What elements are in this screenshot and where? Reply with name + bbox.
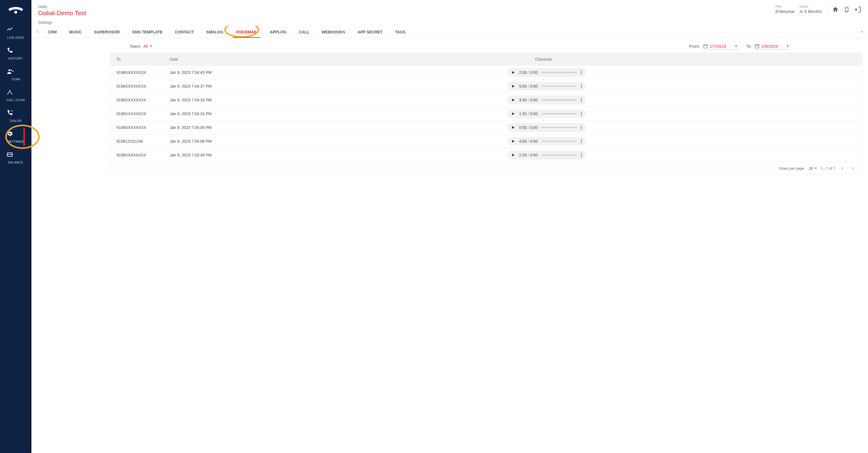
cell-to: 9198XXXXXXXX xyxy=(117,70,170,75)
play-button[interactable] xyxy=(511,139,515,143)
tab-tags[interactable]: TAGS xyxy=(389,26,412,38)
sidebar-item-live-feed[interactable]: LIVE FEED xyxy=(6,23,25,44)
svg-point-38 xyxy=(581,141,582,142)
sidebar-item-settings[interactable]: SETTINGS xyxy=(6,127,25,148)
greeting-username: Gobal-Demo Test xyxy=(38,9,86,17)
col-character: Character xyxy=(231,57,856,61)
table-row: 9198XXXXXXXXJan 9, 2023 7:04:33 PM3:40 /… xyxy=(110,93,862,107)
sidebar-item-balance[interactable]: BALANCE xyxy=(6,148,25,169)
chevron-down-icon xyxy=(786,46,789,47)
tab-smslog[interactable]: SMSLOG xyxy=(200,26,229,38)
svg-point-22 xyxy=(581,86,582,87)
player-menu-button[interactable] xyxy=(581,125,582,129)
svg-point-27 xyxy=(581,101,582,102)
tab-contact[interactable]: CONTACT xyxy=(169,26,200,38)
player-track[interactable] xyxy=(541,141,577,142)
tab-supervisor[interactable]: SUPERVISOR xyxy=(88,26,126,38)
mobile-icon[interactable] xyxy=(844,6,849,13)
team-filter[interactable]: Team: All xyxy=(130,44,152,49)
player-track[interactable] xyxy=(541,113,577,114)
player-time: 2:00 / 0:00 xyxy=(519,70,537,75)
player-track[interactable] xyxy=(541,154,577,156)
player-menu-button[interactable] xyxy=(581,84,582,88)
svg-point-18 xyxy=(581,72,582,73)
tab-sms-template[interactable]: SMS TEMPLATE xyxy=(126,26,169,38)
player-menu-button[interactable] xyxy=(581,153,582,157)
sidebar-item-label: DIALER xyxy=(10,119,22,122)
player-menu-button[interactable] xyxy=(581,139,582,143)
play-button[interactable] xyxy=(511,70,515,74)
tab-label: CONTACT xyxy=(175,30,194,34)
to-date-input[interactable]: 1/9/2023 xyxy=(753,43,790,50)
tab-label: CALL xyxy=(299,30,309,34)
player-track[interactable] xyxy=(541,72,577,73)
svg-marker-28 xyxy=(512,112,515,115)
svg-point-34 xyxy=(581,127,582,128)
sidebar: LIVE FEEDHISTORYTEAMCALL FLOWSIPDIALERSE… xyxy=(0,0,31,453)
cell-to: 9198XXXXXXXX xyxy=(117,98,170,102)
tab-label: TAGS xyxy=(395,30,406,34)
chevron-down-icon xyxy=(735,46,737,47)
home-icon[interactable] xyxy=(832,6,839,13)
table-row: 9198XXXXXXXXJan 9, 2023 7:04:43 PM2:00 /… xyxy=(110,65,862,79)
sidebar-item-label: HISTORY xyxy=(8,57,23,60)
player-track[interactable] xyxy=(541,86,577,87)
play-button[interactable] xyxy=(511,98,515,102)
audio-player: 3:40 / 0:00 xyxy=(507,95,586,104)
audio-player: 2:20 / 0:00 xyxy=(507,151,586,159)
player-menu-button[interactable] xyxy=(581,112,582,116)
table-row: 9198XXXXXXXXJan 9, 2023 7:04:09 PM0:50 /… xyxy=(110,120,862,134)
player-time: 3:40 / 0:00 xyxy=(519,98,537,102)
filters-row: Team: All From: 1/7/2023 To: 1/9/2023 xyxy=(31,38,868,53)
sidebar-item-dialer[interactable]: SIPDIALER xyxy=(6,106,25,127)
tab-app-secret[interactable]: APP SECRET xyxy=(351,26,389,38)
tab-music[interactable]: MUSIC xyxy=(63,26,88,38)
sidebar-item-history[interactable]: HISTORY xyxy=(6,44,25,65)
svg-point-41 xyxy=(581,153,582,154)
player-menu-button[interactable] xyxy=(581,70,582,74)
greeting-block: Hello, Gobal-Demo Test xyxy=(38,4,86,17)
col-date: Date xyxy=(170,57,231,61)
sidebar-item-team[interactable]: TEAM xyxy=(6,65,25,85)
table-header: To Date Character xyxy=(110,53,862,65)
tab-applog[interactable]: APPLOG xyxy=(264,26,292,38)
tabs-scroll-left-icon[interactable] xyxy=(34,30,41,33)
team-label: Team: xyxy=(130,44,141,49)
cell-to: 9198XXXXXXXX xyxy=(117,125,170,130)
sidebar-item-call-flow[interactable]: CALL FLOW xyxy=(6,85,25,106)
from-date-input[interactable]: 1/7/2023 xyxy=(702,43,738,50)
breadcrumb: Settings xyxy=(31,20,868,25)
voicemail-table: To Date Character 9198XXXXXXXXJan 9, 202… xyxy=(110,53,862,175)
tab-crm[interactable]: CRM xyxy=(41,26,63,38)
cell-date: Jan 9, 2023 7:04:08 PM xyxy=(170,139,237,144)
cell-to: 9198XXXXXXXX xyxy=(117,84,170,88)
svg-marker-36 xyxy=(512,140,515,142)
tab-label: SMSLOG xyxy=(206,30,223,34)
play-button[interactable] xyxy=(511,112,515,116)
tabs-scroll-right-icon[interactable] xyxy=(858,30,866,33)
tab-label: WEBHOOKS xyxy=(322,30,345,34)
tab-voicemail[interactable]: VOICEMAIL xyxy=(229,26,264,38)
logout-icon[interactable] xyxy=(855,6,861,13)
play-button[interactable] xyxy=(511,153,515,157)
player-track[interactable] xyxy=(541,127,577,128)
next-page-button[interactable] xyxy=(850,165,857,172)
player-time: 2:20 / 0:00 xyxy=(519,153,537,157)
svg-point-19 xyxy=(581,73,582,74)
player-menu-button[interactable] xyxy=(581,98,582,102)
cell-to: 9198XXXXXXXX xyxy=(117,153,170,157)
player-time: 4:00 / 0:00 xyxy=(519,139,537,144)
play-button[interactable] xyxy=(511,84,515,88)
tab-call[interactable]: CALL xyxy=(292,26,315,38)
prev-page-button[interactable] xyxy=(839,165,846,172)
play-button[interactable] xyxy=(511,125,515,129)
svg-point-21 xyxy=(581,84,582,85)
sidebar-icon xyxy=(6,68,25,75)
sidebar-item-label: TEAM xyxy=(11,78,20,81)
tab-webhooks[interactable]: WEBHOOKS xyxy=(315,26,351,38)
rows-per-page-select[interactable]: 10 xyxy=(809,166,817,171)
tab-label: SMS TEMPLATE xyxy=(132,30,163,34)
pagination: Rows per page: 10 1 - 7 of 7 xyxy=(110,162,862,174)
svg-point-42 xyxy=(581,155,582,156)
player-track[interactable] xyxy=(541,99,577,100)
